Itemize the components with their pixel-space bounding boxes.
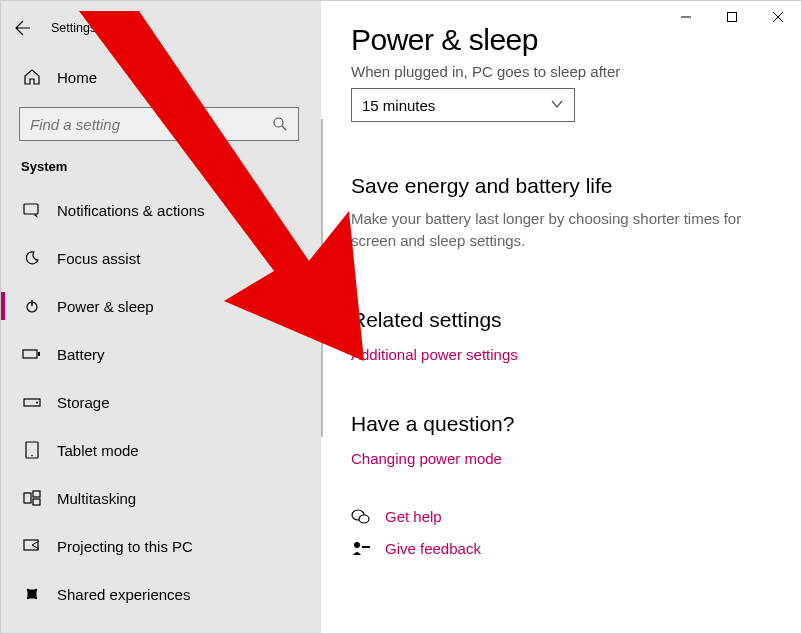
sidebar-item-multitasking[interactable]: Multitasking	[1, 474, 321, 522]
svg-rect-5	[23, 350, 37, 358]
get-help-link[interactable]: Get help	[385, 508, 442, 525]
window-controls	[663, 1, 801, 33]
svg-rect-24	[728, 13, 737, 22]
sleep-label: When plugged in, PC goes to sleep after	[351, 63, 771, 80]
sleep-dropdown[interactable]: 15 minutes	[351, 88, 575, 122]
home-icon	[21, 68, 43, 86]
svg-point-21	[354, 542, 360, 548]
svg-point-0	[274, 118, 283, 127]
energy-heading: Save energy and battery life	[351, 174, 771, 198]
sidebar: Settings Home System Notifications & act…	[1, 1, 321, 633]
home-nav[interactable]: Home	[1, 57, 321, 97]
multitasking-icon	[21, 490, 43, 506]
feedback-link[interactable]: Give feedback	[385, 540, 481, 557]
sidebar-item-battery[interactable]: Battery	[1, 330, 321, 378]
section-label: System	[1, 159, 321, 174]
svg-rect-2	[24, 204, 38, 214]
search-input[interactable]	[20, 116, 298, 133]
close-icon	[772, 11, 784, 23]
sidebar-item-label: Tablet mode	[57, 442, 139, 459]
minimize-icon	[680, 11, 692, 23]
sidebar-item-label: Storage	[57, 394, 110, 411]
tablet-icon	[21, 441, 43, 459]
additional-power-link[interactable]: Additional power settings	[351, 346, 518, 363]
svg-rect-14	[24, 540, 38, 550]
app-title: Settings	[51, 21, 96, 35]
sidebar-item-focus-assist[interactable]: Focus assist	[1, 234, 321, 282]
minimize-button[interactable]	[663, 1, 709, 33]
sidebar-item-label: Projecting to this PC	[57, 538, 193, 555]
sidebar-item-label: Multitasking	[57, 490, 136, 507]
feedback-icon	[351, 540, 379, 558]
get-help-icon	[351, 508, 379, 526]
sidebar-item-label: Battery	[57, 346, 105, 363]
search-box[interactable]	[19, 107, 299, 141]
sidebar-item-power-sleep[interactable]: Power & sleep	[1, 282, 321, 330]
sidebar-item-shared[interactable]: Shared experiences	[1, 570, 321, 618]
svg-point-8	[36, 402, 38, 404]
dropdown-value: 15 minutes	[362, 97, 435, 114]
sidebar-item-label: Notifications & actions	[57, 202, 205, 219]
main-content: Power & sleep When plugged in, PC goes t…	[321, 1, 801, 633]
svg-point-10	[31, 455, 33, 457]
projecting-icon	[21, 538, 43, 554]
chevron-down-icon	[550, 97, 564, 114]
power-icon	[21, 298, 43, 314]
question-heading: Have a question?	[351, 412, 771, 436]
svg-rect-13	[33, 499, 40, 505]
home-label: Home	[57, 69, 97, 86]
arrow-left-icon	[13, 19, 31, 37]
svg-rect-11	[24, 493, 31, 503]
sidebar-item-storage[interactable]: Storage	[1, 378, 321, 426]
sidebar-item-notifications[interactable]: Notifications & actions	[1, 186, 321, 234]
storage-icon	[21, 395, 43, 409]
energy-desc: Make your battery last longer by choosin…	[351, 208, 771, 252]
svg-rect-6	[38, 352, 40, 356]
notification-icon	[21, 202, 43, 218]
svg-point-20	[359, 515, 369, 523]
sidebar-item-label: Focus assist	[57, 250, 140, 267]
maximize-button[interactable]	[709, 1, 755, 33]
back-button[interactable]	[1, 7, 43, 49]
svg-line-1	[282, 126, 286, 130]
search-icon	[272, 116, 288, 136]
related-heading: Related settings	[351, 308, 771, 332]
changing-power-mode-link[interactable]: Changing power mode	[351, 450, 502, 467]
sidebar-item-projecting[interactable]: Projecting to this PC	[1, 522, 321, 570]
close-button[interactable]	[755, 1, 801, 33]
nav-list: Notifications & actions Focus assist Pow…	[1, 186, 321, 633]
sidebar-item-tablet-mode[interactable]: Tablet mode	[1, 426, 321, 474]
maximize-icon	[726, 11, 738, 23]
shared-icon	[21, 585, 43, 603]
svg-rect-22	[362, 546, 370, 548]
sidebar-item-label: Shared experiences	[57, 586, 190, 603]
svg-rect-12	[33, 491, 40, 497]
sidebar-item-label: Power & sleep	[57, 298, 154, 315]
battery-icon	[21, 347, 43, 361]
moon-icon	[21, 250, 43, 266]
